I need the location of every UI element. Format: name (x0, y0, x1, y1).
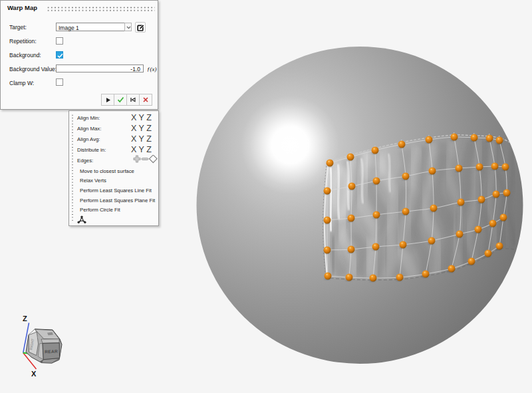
svg-text:X: X (31, 370, 37, 378)
svg-text:Z: Z (23, 315, 27, 323)
svg-text:REAR: REAR (45, 349, 58, 354)
